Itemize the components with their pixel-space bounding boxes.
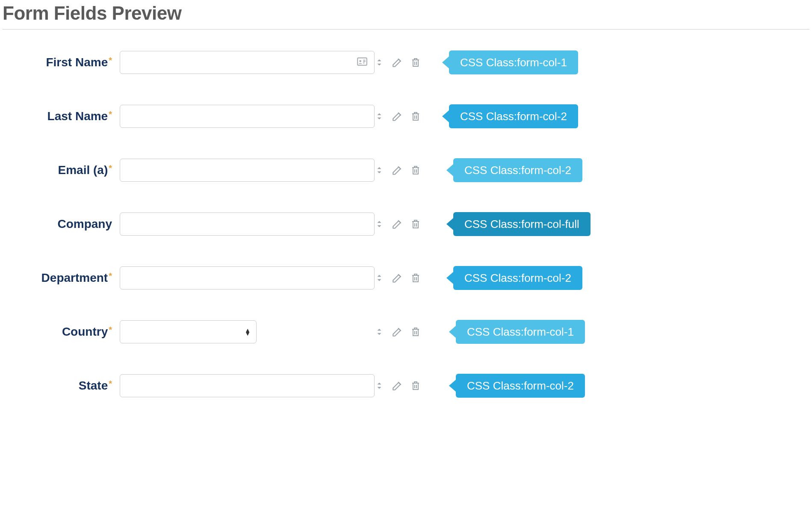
required-indicator: * bbox=[109, 325, 112, 334]
delete-icon[interactable] bbox=[410, 326, 421, 337]
field-input-wrap bbox=[115, 374, 375, 397]
field-label: Department* bbox=[3, 271, 115, 285]
field-label-text: Last Name bbox=[47, 109, 108, 123]
reorder-handle-icon[interactable] bbox=[375, 273, 384, 283]
reorder-handle-icon[interactable] bbox=[375, 219, 384, 229]
tag-arrow-icon bbox=[446, 272, 453, 284]
field-input-wrap bbox=[115, 213, 375, 236]
field-actions bbox=[375, 326, 421, 337]
tag-prefix: CSS Class: bbox=[464, 164, 521, 177]
tag-arrow-icon bbox=[446, 164, 453, 176]
delete-icon[interactable] bbox=[410, 219, 421, 230]
css-class-tag-label: CSS Class: form-col-2 bbox=[456, 374, 585, 398]
field-label-text: First Name bbox=[46, 56, 108, 69]
css-class-tag: CSS Class: form-col-full bbox=[453, 212, 591, 236]
reorder-handle-icon[interactable] bbox=[375, 165, 384, 175]
field-row: Country*▲▼CSS Class: form-col-1 bbox=[3, 320, 809, 343]
field-actions bbox=[375, 272, 421, 284]
edit-icon[interactable] bbox=[392, 326, 403, 337]
edit-icon[interactable] bbox=[392, 219, 403, 230]
field-label-text: Company bbox=[57, 217, 112, 230]
css-class-tag: CSS Class: form-col-2 bbox=[453, 266, 582, 290]
field-actions bbox=[375, 380, 421, 391]
tag-value: form-col-1 bbox=[517, 56, 567, 69]
required-indicator: * bbox=[109, 271, 112, 281]
edit-icon[interactable] bbox=[392, 57, 403, 68]
css-class-tag: CSS Class: form-col-2 bbox=[453, 158, 582, 182]
required-indicator: * bbox=[109, 163, 112, 173]
form-fields-list: First Name*CSS Class: form-col-1Last Nam… bbox=[3, 51, 809, 397]
field-text-input[interactable] bbox=[120, 159, 375, 182]
field-row: Email (a)*CSS Class: form-col-2 bbox=[3, 159, 809, 182]
edit-icon[interactable] bbox=[392, 111, 403, 122]
tag-arrow-icon bbox=[442, 110, 449, 122]
edit-icon[interactable] bbox=[392, 380, 403, 391]
field-label: Last Name* bbox=[3, 109, 115, 123]
field-label-text: State bbox=[79, 379, 108, 392]
delete-icon[interactable] bbox=[410, 57, 421, 68]
field-input-wrap bbox=[115, 266, 375, 289]
field-row: Department*CSS Class: form-col-2 bbox=[3, 266, 809, 289]
css-class-tag-label: CSS Class: form-col-full bbox=[453, 212, 591, 236]
field-input-wrap bbox=[115, 105, 375, 128]
field-actions bbox=[375, 219, 421, 230]
field-label-text: Department bbox=[41, 271, 108, 284]
tag-prefix: CSS Class: bbox=[467, 325, 524, 339]
field-input-wrap: ▲▼ bbox=[115, 320, 257, 343]
css-class-tag-label: CSS Class: form-col-2 bbox=[449, 104, 578, 128]
css-class-tag-label: CSS Class: form-col-2 bbox=[453, 266, 582, 290]
reorder-handle-icon[interactable] bbox=[375, 381, 384, 390]
tag-prefix: CSS Class: bbox=[460, 110, 517, 123]
css-class-tag: CSS Class: form-col-2 bbox=[449, 104, 578, 128]
css-class-tag: CSS Class: form-col-2 bbox=[456, 374, 585, 398]
tag-arrow-icon bbox=[449, 380, 456, 392]
delete-icon[interactable] bbox=[410, 111, 421, 122]
divider bbox=[3, 29, 809, 30]
reorder-handle-icon[interactable] bbox=[375, 112, 384, 121]
field-label: Company bbox=[3, 217, 115, 231]
field-label: State* bbox=[3, 379, 115, 393]
css-class-tag-label: CSS Class: form-col-1 bbox=[449, 50, 578, 74]
field-actions bbox=[375, 57, 421, 68]
tag-value: form-col-full bbox=[521, 218, 579, 231]
required-indicator: * bbox=[109, 109, 112, 119]
tag-prefix: CSS Class: bbox=[464, 218, 521, 231]
field-text-input[interactable] bbox=[120, 213, 375, 236]
field-label: First Name* bbox=[3, 56, 115, 69]
edit-icon[interactable] bbox=[392, 272, 403, 284]
css-class-tag-label: CSS Class: form-col-1 bbox=[456, 320, 585, 344]
field-select[interactable] bbox=[120, 320, 257, 343]
tag-value: form-col-1 bbox=[524, 325, 574, 339]
delete-icon[interactable] bbox=[410, 380, 421, 391]
page-title: Form Fields Preview bbox=[3, 3, 809, 24]
tag-value: form-col-2 bbox=[517, 110, 567, 123]
delete-icon[interactable] bbox=[410, 165, 421, 176]
reorder-handle-icon[interactable] bbox=[375, 58, 384, 67]
field-label: Email (a)* bbox=[3, 163, 115, 177]
edit-icon[interactable] bbox=[392, 165, 403, 176]
css-class-tag-label: CSS Class: form-col-2 bbox=[453, 158, 582, 182]
required-indicator: * bbox=[109, 379, 112, 388]
required-indicator: * bbox=[109, 56, 112, 65]
tag-value: form-col-2 bbox=[521, 164, 571, 177]
field-text-input[interactable] bbox=[120, 374, 375, 397]
field-text-input[interactable] bbox=[120, 266, 375, 289]
field-label-text: Country bbox=[62, 325, 108, 338]
tag-prefix: CSS Class: bbox=[460, 56, 517, 69]
tag-prefix: CSS Class: bbox=[467, 379, 524, 393]
tag-prefix: CSS Class: bbox=[464, 272, 521, 285]
delete-icon[interactable] bbox=[410, 272, 421, 284]
tag-value: form-col-2 bbox=[521, 272, 571, 285]
css-class-tag: CSS Class: form-col-1 bbox=[449, 50, 578, 74]
field-row: CompanyCSS Class: form-col-full bbox=[3, 213, 809, 236]
field-label: Country* bbox=[3, 325, 115, 339]
field-text-input[interactable] bbox=[120, 51, 375, 74]
tag-arrow-icon bbox=[442, 56, 449, 68]
tag-arrow-icon bbox=[449, 326, 456, 338]
field-label-text: Email (a) bbox=[58, 163, 108, 177]
reorder-handle-icon[interactable] bbox=[375, 327, 384, 337]
field-actions bbox=[375, 165, 421, 176]
tag-value: form-col-2 bbox=[524, 379, 574, 393]
field-text-input[interactable] bbox=[120, 105, 375, 128]
field-row: State*CSS Class: form-col-2 bbox=[3, 374, 809, 397]
